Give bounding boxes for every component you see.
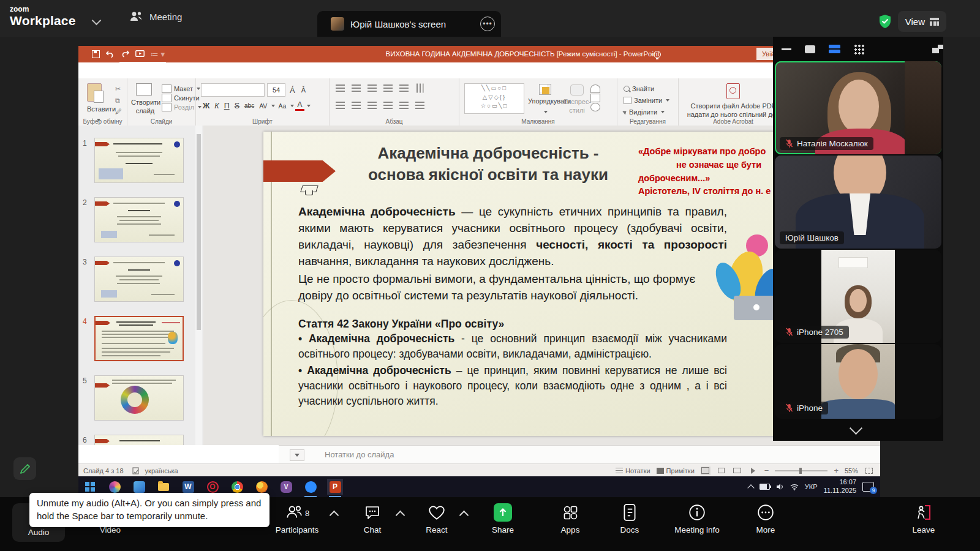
wifi-icon[interactable] bbox=[790, 484, 799, 490]
quick-styles-button[interactable]: Експрес-стилі bbox=[564, 84, 590, 115]
line-spacing-icon[interactable] bbox=[399, 84, 409, 92]
language-indicator[interactable]: УКР bbox=[805, 483, 818, 490]
font-color-button[interactable]: А bbox=[295, 100, 304, 111]
speaker-view-icon[interactable] bbox=[805, 45, 815, 53]
view-sorter-button[interactable] bbox=[717, 467, 726, 475]
popout-panel-icon[interactable] bbox=[932, 45, 943, 53]
participants-button[interactable]: 8 Participants bbox=[266, 503, 328, 534]
video-tile-iphone2705[interactable]: iPhone 2705 bbox=[775, 250, 941, 343]
chat-button[interactable]: Chat bbox=[355, 503, 390, 534]
tray-clock[interactable]: 16:07 11.11.2025 bbox=[824, 478, 856, 495]
slide-thumbnail-6[interactable] bbox=[94, 435, 184, 445]
customize-quick-access-icon[interactable]: ≔ ▾ bbox=[151, 50, 165, 58]
new-slide-button[interactable]: Створити слайд bbox=[131, 83, 159, 116]
italic-button[interactable]: К bbox=[213, 102, 221, 110]
zoom-slider-knob[interactable] bbox=[799, 468, 802, 474]
decrease-indent-icon[interactable] bbox=[368, 84, 377, 92]
collapse-notes-button[interactable] bbox=[290, 449, 304, 461]
font-name-input[interactable] bbox=[201, 83, 265, 97]
slide-thumbnail-1[interactable] bbox=[94, 138, 184, 183]
zoom-level[interactable]: 55% bbox=[845, 467, 858, 474]
thumbnails-scrollbar[interactable] bbox=[195, 126, 202, 445]
strikethrough-button[interactable]: S bbox=[233, 102, 241, 110]
numbering-icon[interactable] bbox=[352, 84, 361, 92]
video-tile-natalia[interactable]: Наталія Москалюк bbox=[775, 61, 941, 154]
align-right-icon[interactable] bbox=[368, 102, 377, 109]
video-tile-iphone[interactable]: iPhone bbox=[775, 344, 941, 419]
share-button[interactable]: Share bbox=[486, 503, 520, 534]
underline-button[interactable]: П bbox=[222, 102, 232, 110]
meeting-tab[interactable]: Meeting bbox=[129, 10, 182, 23]
columns-icon[interactable] bbox=[399, 102, 409, 109]
text-direction-icon[interactable] bbox=[417, 84, 424, 93]
leave-button[interactable]: Leave bbox=[907, 503, 941, 534]
shape-effects-button[interactable] bbox=[590, 102, 600, 111]
increase-indent-icon[interactable] bbox=[383, 84, 393, 92]
minimize-panel-icon[interactable] bbox=[782, 48, 791, 50]
view-reading-button[interactable] bbox=[733, 467, 742, 475]
annotate-button[interactable] bbox=[13, 457, 36, 480]
taskbar-icon-zoom[interactable] bbox=[303, 479, 318, 495]
slide-thumbnail-5[interactable] bbox=[94, 375, 184, 421]
notes-panel[interactable]: Нотатки до слайда bbox=[279, 445, 880, 464]
view-slideshow-button[interactable] bbox=[748, 467, 758, 475]
screen-share-tab[interactable]: Юрій Шашков's screen ••• bbox=[317, 11, 501, 37]
docs-button[interactable]: Docs bbox=[612, 503, 647, 534]
clear-formatting-button[interactable]: abc bbox=[243, 102, 256, 109]
zoom-out-button[interactable]: − bbox=[764, 466, 769, 475]
shape-fill-button[interactable] bbox=[590, 84, 600, 93]
shrink-font-icon[interactable]: А̌ bbox=[300, 86, 307, 94]
workspace-chevron-down-icon[interactable] bbox=[92, 16, 102, 26]
tray-chevron-up-icon[interactable] bbox=[747, 484, 754, 491]
bullets-icon[interactable] bbox=[336, 84, 345, 92]
bold-button[interactable]: Ж bbox=[201, 102, 211, 110]
undo-icon[interactable] bbox=[106, 50, 115, 58]
notification-center-icon[interactable]: 9 bbox=[862, 482, 874, 492]
cut-copy-painter-stack[interactable]: ✂⧉🖉 bbox=[115, 83, 122, 118]
grow-font-icon[interactable]: А́ bbox=[288, 86, 297, 95]
change-case-button[interactable]: Aa bbox=[276, 102, 288, 110]
taskbar-icon-viber[interactable]: V bbox=[278, 479, 294, 495]
apps-button[interactable]: Apps bbox=[553, 503, 587, 534]
select-button[interactable]: Виділити bbox=[624, 107, 669, 116]
more-button[interactable]: More bbox=[748, 503, 783, 534]
comments-toggle[interactable]: Примітки bbox=[657, 467, 695, 474]
arrange-button[interactable]: Упорядкувати bbox=[528, 84, 562, 117]
language-status[interactable]: українська bbox=[145, 467, 178, 474]
start-slideshow-icon[interactable] bbox=[135, 50, 145, 58]
security-shield-icon[interactable] bbox=[878, 14, 892, 29]
grid-view-icon[interactable] bbox=[854, 44, 864, 54]
find-button[interactable]: Знайти bbox=[624, 84, 669, 93]
justify-icon[interactable] bbox=[383, 102, 393, 109]
react-button[interactable]: React bbox=[420, 503, 454, 534]
chat-chevron[interactable] bbox=[397, 503, 404, 519]
character-spacing-button[interactable]: AV bbox=[257, 102, 269, 110]
scroll-more-participants-button[interactable] bbox=[851, 424, 861, 433]
shape-outline-button[interactable] bbox=[590, 93, 600, 102]
slide-thumbnail-2[interactable] bbox=[94, 197, 184, 242]
notes-toggle[interactable]: Нотатки bbox=[616, 467, 650, 474]
video-tile-yurii[interactable]: Юрій Шашков bbox=[775, 156, 941, 249]
save-icon[interactable] bbox=[92, 50, 100, 58]
react-chevron[interactable] bbox=[461, 503, 467, 519]
battery-icon[interactable] bbox=[760, 484, 770, 490]
spellcheck-icon[interactable] bbox=[132, 467, 140, 474]
scrollbar-thumb[interactable] bbox=[197, 134, 201, 330]
replace-button[interactable]: Замінити bbox=[624, 96, 669, 105]
slide-canvas[interactable]: Академічна доброчесність - основа якісно… bbox=[263, 132, 809, 436]
shapes-gallery[interactable]: ╲╲▭○□ △▽◇{} ☆○▭╲□ bbox=[464, 83, 524, 114]
redo-icon[interactable] bbox=[121, 50, 129, 58]
gallery-view-icon-active[interactable] bbox=[829, 45, 840, 53]
font-size-input[interactable]: 54 bbox=[267, 83, 285, 97]
slide-thumbnail-4-selected[interactable] bbox=[94, 316, 184, 361]
meeting-info-button[interactable]: Meeting info bbox=[668, 503, 726, 534]
participants-chevron[interactable] bbox=[331, 503, 337, 519]
zoom-in-button[interactable]: + bbox=[834, 466, 839, 475]
align-center-icon[interactable] bbox=[352, 102, 361, 109]
fit-slide-button[interactable] bbox=[864, 467, 874, 475]
taskbar-icon-powerpoint[interactable]: P bbox=[327, 479, 343, 495]
smartart-icon[interactable] bbox=[415, 102, 424, 109]
create-pdf-button[interactable]: Створити файл Adobe PDF надати до нього … bbox=[679, 83, 788, 119]
tab-more-options-button[interactable]: ••• bbox=[480, 17, 495, 31]
slide-thumbnail-3[interactable] bbox=[94, 257, 184, 302]
